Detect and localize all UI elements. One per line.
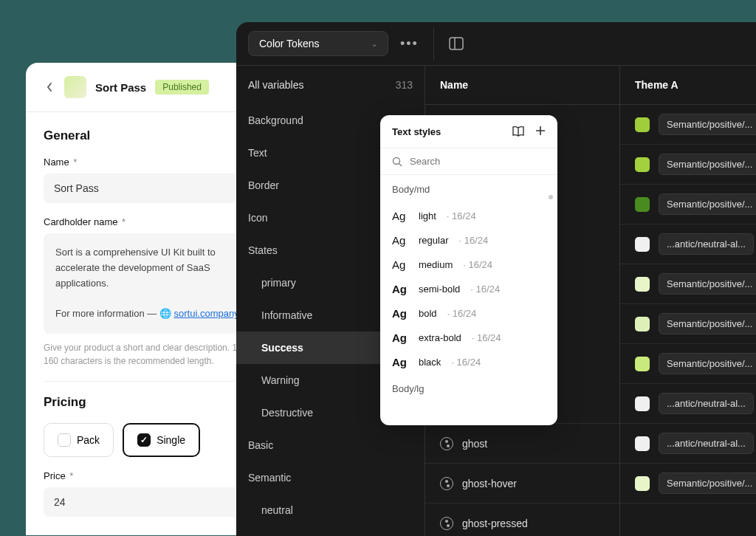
ag-preview: Ag: [392, 258, 408, 271]
text-styles-popover: Text styles Body/md Aglight · 16/24Agreg…: [380, 115, 557, 425]
text-style-item[interactable]: Agmedium · 16/24: [380, 252, 557, 277]
chip-pack[interactable]: Pack: [44, 423, 114, 457]
name-input[interactable]: [44, 173, 259, 203]
more-options-button[interactable]: •••: [400, 36, 419, 52]
style-name: bold: [419, 308, 437, 319]
description-box[interactable]: Sort is a comprehensive UI Kit built to …: [44, 233, 259, 334]
color-swatch: [635, 277, 650, 292]
sidebar-header: All variables 313: [236, 66, 425, 104]
token-pill: Semantic/positive/...: [659, 353, 756, 374]
pricing-chips: Pack Single: [44, 423, 259, 457]
collection-dropdown[interactable]: Color Tokens ⌄: [248, 31, 388, 56]
variable-row[interactable]: ghost-hover: [425, 464, 619, 504]
color-swatch: [635, 476, 650, 491]
ag-preview: Ag: [392, 234, 408, 247]
color-swatch: [635, 317, 650, 331]
price-label: Price *: [44, 470, 259, 481]
plus-icon[interactable]: [535, 126, 546, 137]
sidebar-item[interactable]: neutral: [236, 494, 425, 526]
divider: [44, 381, 259, 382]
column-header-name: Name: [425, 66, 619, 105]
product-title: Sort Pass: [95, 81, 146, 94]
color-swatch: [635, 357, 650, 371]
section-title-pricing: Pricing: [44, 395, 259, 410]
theme-value-row[interactable]: ...antic/neutral-al...: [620, 384, 756, 424]
theme-value-row[interactable]: Semantic/positive/...: [620, 185, 756, 224]
description-link[interactable]: sortui.company: [174, 308, 239, 319]
variable-name: ghost: [462, 438, 487, 450]
variable-name: ghost-pressed: [462, 518, 528, 529]
style-name: medium: [419, 259, 453, 270]
book-icon[interactable]: [512, 126, 525, 137]
theme-value-row[interactable]: Semantic/positive/...: [620, 105, 756, 145]
popover-header: Text styles: [380, 115, 557, 148]
group-body-lg: Body/lg: [380, 374, 557, 403]
checkbox-single[interactable]: [137, 433, 151, 447]
description-text2: For more information — 🌐 sortui.company: [55, 306, 247, 322]
theme-value-row[interactable]: Semantic/positive/...: [620, 264, 756, 304]
theme-value-row[interactable]: Semantic/positive/...: [620, 145, 756, 185]
style-meta: · 16/24: [458, 235, 488, 246]
ag-preview: Ag: [392, 210, 408, 222]
theme-value-row[interactable]: Semantic/positive/...: [620, 344, 756, 384]
token-pill: Semantic/positive/...: [659, 313, 756, 334]
text-style-item[interactable]: Agsemi-bold · 16/24: [380, 277, 557, 301]
theme-value-row[interactable]: ...antic/neutral-al...: [620, 224, 756, 264]
theme-value-row[interactable]: Semantic/positive/...: [620, 304, 756, 344]
svg-line-3: [399, 163, 402, 166]
checkbox-pack[interactable]: [58, 433, 71, 447]
color-swatch: [635, 436, 650, 451]
style-meta: · 16/24: [470, 284, 500, 295]
variables-count: 313: [396, 79, 413, 91]
token-pill: ...antic/neutral-al...: [659, 393, 754, 414]
style-meta: · 16/24: [472, 332, 501, 343]
name-label: Name *: [44, 157, 259, 168]
text-style-item[interactable]: Agregular · 16/24: [380, 228, 557, 252]
style-meta: · 16/24: [463, 259, 492, 270]
popover-title: Text styles: [392, 126, 441, 137]
chip-single[interactable]: Single: [123, 423, 200, 457]
description-text1: Sort is a comprehensive UI Kit built to …: [55, 245, 247, 291]
style-name: regular: [419, 235, 448, 246]
color-swatch: [635, 237, 650, 252]
sidebar-item[interactable]: Basic: [236, 429, 425, 461]
theme-value-row[interactable]: Semantic/positive/...: [620, 464, 756, 504]
back-button[interactable]: [44, 81, 55, 93]
popover-search: [380, 148, 557, 175]
separator: [433, 27, 434, 60]
style-meta: · 16/24: [451, 357, 481, 368]
token-pill: Semantic/positive/...: [659, 273, 756, 295]
group-body-md: Body/md: [380, 175, 557, 204]
sidebar-item[interactable]: Semantic: [236, 461, 425, 494]
variables-toolbar: Color Tokens ⌄ •••: [236, 22, 756, 66]
text-style-item[interactable]: Agbold · 16/24: [380, 301, 557, 326]
text-style-item[interactable]: Aglight · 16/24: [380, 204, 557, 228]
style-name: light: [419, 210, 436, 221]
ag-preview: Ag: [392, 283, 408, 295]
search-icon: [392, 157, 402, 167]
token-pill: Semantic/positive/...: [659, 193, 756, 215]
price-input[interactable]: [44, 487, 259, 517]
product-logo: [64, 76, 86, 98]
palette-icon: [440, 437, 453, 450]
status-badge: Published: [155, 80, 209, 95]
theme-column: Theme A Semantic/positive/...Semantic/po…: [620, 66, 756, 536]
panel-layout-button[interactable]: [449, 37, 464, 50]
style-name: black: [419, 357, 441, 368]
palette-icon: [440, 477, 453, 490]
theme-value-row[interactable]: ...antic/neutral-al...: [620, 424, 756, 464]
variable-row[interactable]: ghost: [425, 424, 619, 464]
scrollbar-thumb[interactable]: [549, 195, 553, 199]
variable-name: ghost-hover: [462, 478, 517, 489]
text-style-item[interactable]: Agblack · 16/24: [380, 350, 557, 374]
svg-rect-0: [450, 38, 463, 49]
description-help: Give your product a short and clear desc…: [44, 341, 259, 368]
cardholder-label: Cardholder name *: [44, 216, 259, 227]
search-input[interactable]: [410, 156, 546, 167]
chevron-down-icon: ⌄: [371, 40, 377, 48]
style-meta: · 16/24: [447, 308, 477, 319]
text-style-item[interactable]: Agextra-bold · 16/24: [380, 326, 557, 350]
variable-row[interactable]: ghost-pressed: [425, 504, 619, 536]
ag-preview: Ag: [392, 356, 408, 368]
token-pill: Semantic/positive/...: [659, 114, 756, 135]
